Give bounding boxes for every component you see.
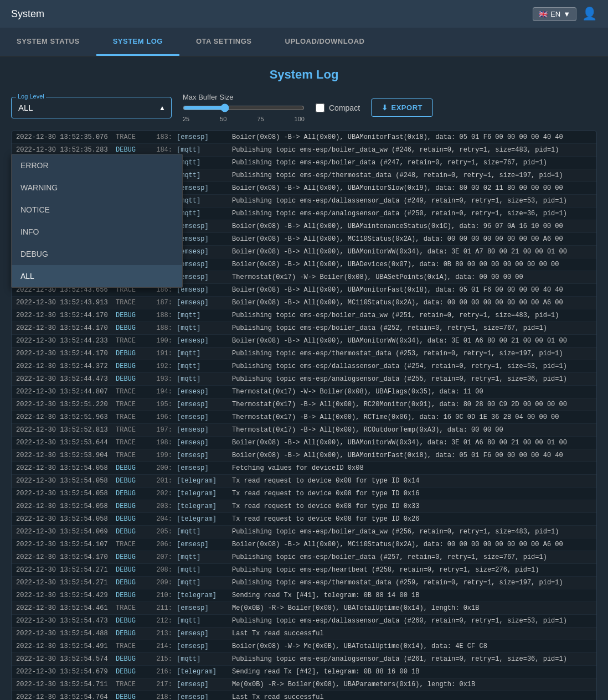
log-source: [emsesp] [177,641,232,651]
log-level-indicator: TRACE [116,132,154,142]
header: System 🇬🇧 EN ▼ 👤 [0,0,608,28]
language-button[interactable]: 🇬🇧 EN ▼ [533,7,576,21]
log-timestamp: 2022-12-30 13:52:54.058 [16,476,116,486]
log-message: Sending read Tx [#42], telegram: 0B 88 1… [232,667,592,677]
log-num: 203: [154,501,177,511]
dropdown-item-notice[interactable]: NOTICE [12,199,182,221]
log-message: Boiler(0x08) -B-> All(0x00), UBAMonitorS… [232,183,592,193]
log-num: 198: [154,438,177,448]
log-message: Publishing topic ems-esp/dallassensor_da… [232,196,592,206]
log-message: Tx read request to device 0x08 for type … [232,514,592,524]
log-timestamp: 2022-12-30 13:52:44.233 [16,336,116,346]
log-source: [emsesp] [177,463,232,473]
log-level-indicator: TRACE [116,412,154,422]
log-num: 188: [154,310,177,320]
dropdown-item-all[interactable]: ALL [12,265,182,287]
log-level-indicator: TRACE [116,680,154,689]
log-row: 2022-12-30 13:52:54.058 DEBUG 201: [tele… [12,475,596,488]
log-source: [emsesp] [177,298,232,308]
log-num: 214: [154,641,177,651]
log-message: Me(0x0B) -R-> Boiler(0x08), UBAParameter… [232,680,592,689]
log-message: Fetching values for deviceID 0x08 [232,463,592,473]
log-row: 2022-12-30 13:52:51.963 TRACE 196: [emse… [12,411,596,424]
compact-checkbox[interactable] [316,103,324,112]
log-timestamp: 2022-12-30 13:52:54.473 [16,616,116,626]
log-source: [mqtt] [177,170,232,180]
log-row: 2022-12-30 13:52:54.764 DEBUG 218: [emse… [12,691,596,700]
log-message: Publishing topic ems-esp/dallassensor_da… [232,361,592,371]
log-num: 209: [154,578,177,588]
dropdown-item-warning[interactable]: WARNING [12,177,182,199]
log-source: [emsesp] [177,387,232,397]
log-row: 2022-12-30 13:52:54.271 DEBUG 209: [mqtt… [12,577,596,589]
tab-system-status[interactable]: SYSTEM STATUS [0,28,96,56]
log-message: Boiler(0x08) -B-> All(0x00), UBAMaintena… [232,221,592,231]
log-timestamp: 2022-12-30 13:52:54.461 [16,603,116,613]
log-num: 212: [154,616,177,626]
log-row: 2022-12-30 13:52:54.488 DEBUG 213: [emse… [12,628,596,640]
log-num: 210: [154,590,177,600]
nav-tabs: SYSTEM STATUS SYSTEM LOG OTA SETTINGS UP… [0,28,608,56]
log-level-wrapper: Log Level ERROR WARNING NOTICE INFO DEBU… [11,97,172,118]
log-message: Publishing topic ems-esp/boiler_data (#2… [232,158,592,168]
log-message: Thermostat(0x17) -W-> Boiler(0x08), UBAF… [232,387,592,397]
log-row: 2022-12-30 13:52:44.170 DEBUG 188: [mqtt… [12,309,596,322]
dropdown-item-debug[interactable]: DEBUG [12,243,182,265]
log-timestamp: 2022-12-30 13:52:51.220 [16,400,116,409]
log-message: Sending read Tx [#41], telegram: 0B 88 1… [232,590,592,600]
log-num: 218: [154,692,177,700]
tab-system-log[interactable]: SYSTEM LOG [96,28,179,56]
dropdown-item-info[interactable]: INFO [12,221,182,243]
log-timestamp: 2022-12-30 13:52:44.372 [16,361,116,371]
log-row: 2022-12-30 13:52:44.372 DEBUG 192: [mqtt… [12,360,596,373]
log-timestamp: 2022-12-30 13:52:54.679 [16,667,116,677]
user-menu-button[interactable]: 👤 [582,7,597,21]
export-button[interactable]: ⬇ EXPORT [371,98,433,117]
log-row: 2022-12-30 13:52:54.574 DEBUG 215: [mqtt… [12,653,596,666]
log-source: [emsesp] [177,412,232,422]
tick-25: 25 [183,116,189,122]
log-timestamp: 2022-12-30 13:52:54.058 [16,489,116,499]
log-level-indicator: TRACE [116,438,154,448]
log-level-indicator: TRACE [116,540,154,549]
log-source: [emsesp] [177,272,232,282]
log-num: 183: [154,132,177,142]
log-message: Thermostat(0x17) -B-> All(0x00), RCOutdo… [232,425,592,435]
log-source: [emsesp] [177,450,232,460]
log-row: 2022-12-30 13:52:35.076 TRACE 183: [emse… [12,131,596,144]
log-row: 2022-12-30 13:52:44.170 DEBUG 191: [mqtt… [12,348,596,360]
log-row: 2022-12-30 13:52:43.913 TRACE 187: [emse… [12,297,596,309]
log-level-indicator: DEBUG [116,565,154,575]
log-message: Publishing topic ems-esp/analogsensor_da… [232,654,592,664]
dropdown-item-error[interactable]: ERROR [12,154,182,177]
log-source: [mqtt] [177,565,232,575]
log-row: 2022-12-30 13:52:54.058 DEBUG 204: [tele… [12,513,596,526]
log-timestamp: 2022-12-30 13:52:53.904 [16,450,116,460]
log-num: 202: [154,489,177,499]
log-source: [emsesp] [177,540,232,549]
tab-upload-download[interactable]: UPLOAD/DOWNLOAD [269,28,382,56]
log-level-select[interactable]: ERROR WARNING NOTICE INFO DEBUG ALL [16,98,167,117]
log-row: 2022-12-30 13:52:54.473 DEBUG 212: [mqtt… [12,615,596,628]
log-timestamp: 2022-12-30 13:52:54.271 [16,578,116,588]
tab-ota-settings[interactable]: OTA SETTINGS [179,28,269,56]
log-level-dropdown: ERROR WARNING NOTICE INFO DEBUG ALL [11,154,183,288]
log-row: 2022-12-30 13:52:54.058 DEBUG 203: [tele… [12,500,596,513]
log-level-indicator: TRACE [116,400,154,409]
log-row: 2022-12-30 13:52:54.679 DEBUG 216: [tele… [12,666,596,678]
log-message: Publishing topic ems-esp/thermostat_data… [232,578,592,588]
log-level-indicator: DEBUG [116,654,154,664]
log-timestamp: 2022-12-30 13:52:54.429 [16,590,116,600]
log-level-indicator: DEBUG [116,578,154,588]
log-num: 192: [154,361,177,371]
log-source: [mqtt] [177,323,232,333]
log-source: [mqtt] [177,209,232,219]
buffer-slider[interactable] [183,103,305,112]
log-timestamp: 2022-12-30 13:52:54.491 [16,641,116,651]
log-timestamp: 2022-12-30 13:52:54.058 [16,514,116,524]
log-row: 2022-12-30 13:52:44.233 TRACE 190: [emse… [12,335,596,348]
compact-label[interactable]: Compact [329,103,360,112]
log-num: 187: [154,298,177,308]
log-timestamp: 2022-12-30 13:52:35.076 [16,132,116,142]
log-num: 211: [154,603,177,613]
